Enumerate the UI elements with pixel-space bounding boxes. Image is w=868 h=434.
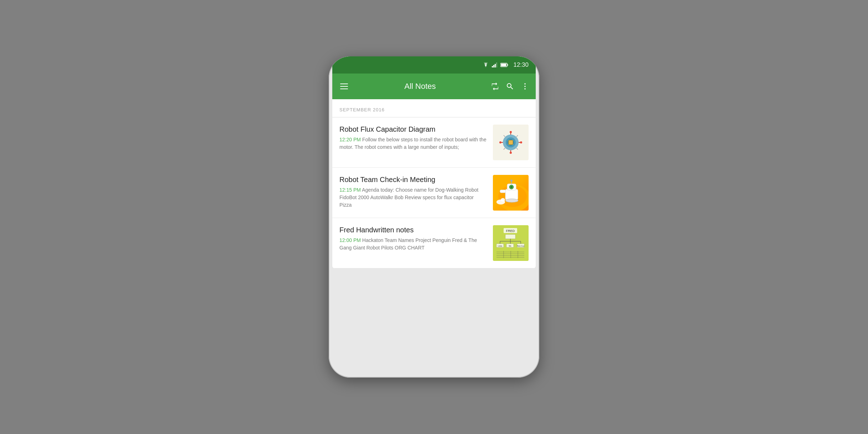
menu-icon[interactable] bbox=[339, 82, 349, 91]
note-item[interactable]: Robot Flux Capacitor Diagram 12:20 PM Fo… bbox=[332, 117, 536, 168]
note-time-3: 12:00 PM bbox=[339, 237, 361, 243]
note-time-2: 12:15 PM bbox=[339, 187, 361, 193]
svg-rect-36 bbox=[500, 190, 506, 193]
battery-icon bbox=[500, 63, 508, 67]
svg-text:Linda: Linda bbox=[498, 245, 502, 247]
svg-point-32 bbox=[510, 186, 513, 188]
svg-text:FRED: FRED bbox=[506, 229, 515, 233]
status-icons bbox=[483, 62, 508, 67]
svg-rect-3 bbox=[496, 62, 497, 67]
search-icon[interactable] bbox=[506, 82, 514, 91]
note-thumbnail-1 bbox=[493, 125, 529, 160]
svg-rect-29 bbox=[505, 189, 518, 200]
more-options-icon[interactable] bbox=[521, 82, 529, 91]
svg-point-9 bbox=[524, 88, 526, 90]
note-time-1: 12:20 PM bbox=[339, 137, 361, 142]
svg-rect-42 bbox=[505, 234, 515, 239]
note-title-3: Fred Handwritten notes bbox=[339, 225, 487, 234]
svg-point-34 bbox=[510, 180, 513, 182]
svg-point-21 bbox=[510, 152, 512, 154]
note-title-1: Robot Flux Capacitor Diagram bbox=[339, 125, 487, 134]
svg-rect-0 bbox=[492, 66, 493, 67]
note-item-2[interactable]: Robot Team Check-in Meeting 12:15 PM Age… bbox=[332, 168, 536, 218]
app-bar-title: All Notes bbox=[357, 82, 484, 91]
share-icon[interactable] bbox=[491, 82, 499, 91]
signal-icon bbox=[492, 62, 498, 67]
svg-text:Me: Me bbox=[509, 245, 511, 247]
app-bar-actions bbox=[491, 82, 529, 91]
note-preview-1: 12:20 PM Follow the below steps to insta… bbox=[339, 136, 487, 151]
svg-point-38 bbox=[501, 198, 505, 202]
svg-point-7 bbox=[524, 83, 526, 85]
notes-content: SEPTEMBER 2016 Robot Flux Capacitor Diag… bbox=[332, 99, 536, 268]
note-content-3: Fred Handwritten notes 12:00 PM Hackaton… bbox=[339, 225, 487, 252]
wifi-icon bbox=[483, 62, 489, 67]
svg-point-22 bbox=[499, 141, 501, 143]
app-bar: All Notes bbox=[332, 74, 536, 99]
section-header: SEPTEMBER 2016 bbox=[332, 99, 536, 117]
note-content-1: Robot Flux Capacitor Diagram 12:20 PM Fo… bbox=[339, 125, 487, 151]
status-bar: 12:30 bbox=[332, 56, 536, 74]
note-preview-2: 12:15 PM Agenda today: Choose name for D… bbox=[339, 186, 487, 209]
note-thumbnail-3: FRED L bbox=[493, 225, 529, 261]
section-date: SEPTEMBER 2016 bbox=[339, 107, 385, 112]
status-time: 12:30 bbox=[513, 61, 529, 69]
svg-point-8 bbox=[524, 86, 526, 87]
phone-device: 12:30 All Notes bbox=[329, 56, 539, 378]
note-text-1: Follow the below steps to install the ro… bbox=[339, 137, 486, 150]
svg-rect-2 bbox=[495, 64, 496, 67]
svg-rect-1 bbox=[493, 65, 494, 67]
note-title-2: Robot Team Check-in Meeting bbox=[339, 175, 487, 184]
svg-rect-5 bbox=[501, 64, 506, 66]
svg-text:New Guy: New Guy bbox=[517, 245, 525, 247]
svg-point-35 bbox=[505, 199, 518, 202]
note-thumbnail-2 bbox=[493, 175, 529, 211]
phone-screen: 12:30 All Notes bbox=[332, 56, 536, 268]
svg-point-19 bbox=[510, 131, 512, 133]
note-content-2: Robot Team Check-in Meeting 12:15 PM Age… bbox=[339, 175, 487, 209]
note-item-3[interactable]: Fred Handwritten notes 12:00 PM Hackaton… bbox=[332, 218, 536, 268]
svg-rect-14 bbox=[509, 140, 513, 145]
svg-point-20 bbox=[520, 141, 522, 143]
note-preview-3: 12:00 PM Hackaton Team Names Project Pen… bbox=[339, 237, 487, 252]
svg-rect-6 bbox=[508, 64, 508, 66]
